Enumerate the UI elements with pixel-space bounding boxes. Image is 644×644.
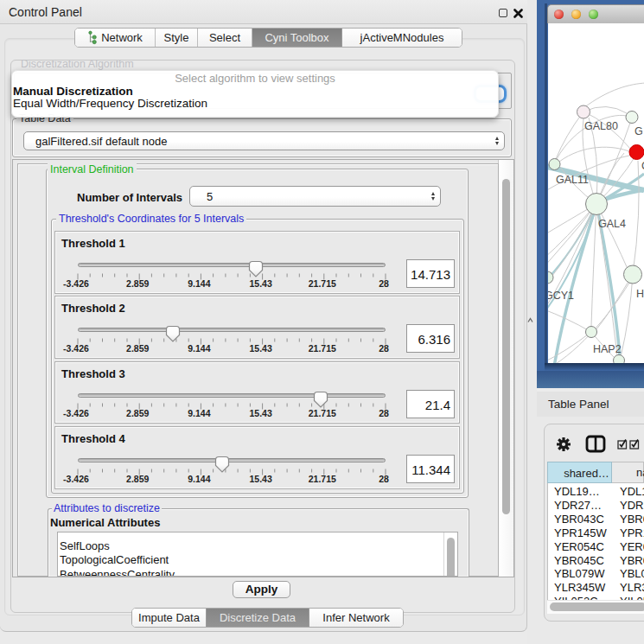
svg-text:H: H <box>636 288 644 300</box>
svg-text:HAP2: HAP2 <box>593 343 622 355</box>
svg-text:GAL4: GAL4 <box>598 218 626 230</box>
svg-text:G: G <box>634 125 643 137</box>
svg-text:GAL11: GAL11 <box>556 174 589 186</box>
svg-text:GCY1: GCY1 <box>548 290 574 302</box>
svg-text:GAL80: GAL80 <box>584 120 618 132</box>
